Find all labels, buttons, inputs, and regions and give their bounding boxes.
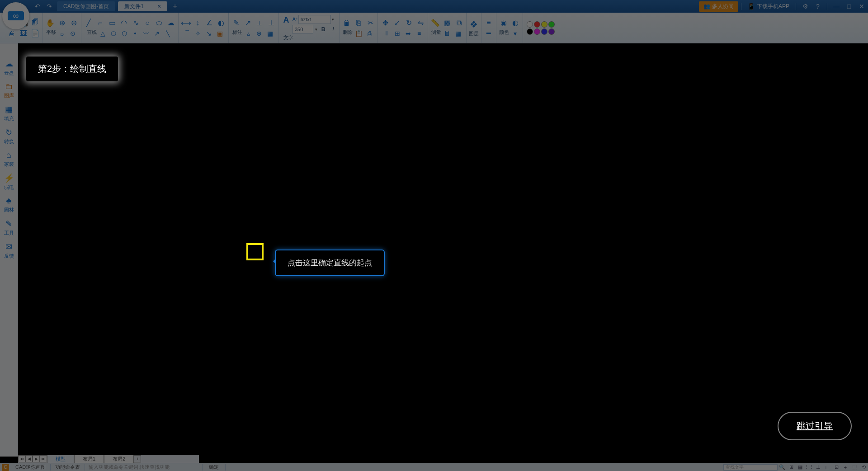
swatch-blue[interactable] [541, 28, 547, 35]
dim-angular-button[interactable]: ∠ [204, 18, 215, 28]
sidebar-item-3[interactable]: ↻转换 [0, 125, 18, 148]
confirm-button[interactable]: 确定 [203, 464, 226, 471]
linetype-button[interactable]: ≡ [483, 17, 494, 28]
swatch-green[interactable] [548, 21, 555, 28]
arc-button[interactable]: ◠ [118, 18, 129, 28]
dim-radius-button[interactable]: ◐ [216, 18, 226, 28]
color-wheel-button[interactable]: ◉ [498, 18, 509, 28]
layer-button[interactable]: ❖ [468, 19, 479, 30]
snap-button[interactable]: ⊞ [787, 464, 796, 471]
tab-next-button[interactable]: ▶ [33, 455, 40, 462]
help-icon[interactable]: ? [812, 1, 823, 12]
cloud-button[interactable]: ☁ [165, 18, 176, 28]
sidebar-item-4[interactable]: ⌂家装 [0, 148, 18, 170]
stretch-button[interactable]: ⬌ [403, 28, 413, 38]
dim-arc-button[interactable]: ⌒ [182, 28, 192, 38]
export-image-button[interactable]: 🖼 [18, 28, 29, 39]
tab-layout1[interactable]: 布局1 [74, 455, 104, 463]
save-as-button[interactable]: 🗐 [30, 17, 41, 28]
delete-button[interactable]: 🗑 [341, 18, 352, 28]
link-button[interactable]: ⟲ [859, 464, 868, 471]
polyline-button[interactable]: ⌐ [95, 18, 106, 28]
italic-button[interactable]: I [329, 25, 337, 33]
sidebar-item-5[interactable]: ⚡弱电 [0, 170, 18, 193]
swatch-black[interactable] [527, 28, 533, 35]
drawing-canvas[interactable] [18, 43, 868, 457]
dyn-input-button[interactable]: ⬚ [850, 464, 859, 471]
tab-add-layout-button[interactable]: + [134, 455, 141, 462]
calc-button[interactable]: 🖩 [442, 28, 452, 38]
font-dropdown-icon[interactable]: ▾ [332, 17, 334, 22]
paste-special-button[interactable]: ⎙ [364, 28, 374, 38]
dim-ord-button[interactable]: ✧ [193, 28, 203, 38]
elev-button[interactable]: ▵ [243, 28, 253, 38]
status-cmd-table-button[interactable]: 功能命令表 [51, 464, 85, 471]
rect-button[interactable]: ▭ [107, 18, 118, 28]
swatch-purple[interactable] [548, 28, 555, 35]
wave-button[interactable]: 〰 [141, 28, 151, 38]
swatch-red[interactable] [534, 21, 540, 28]
grid-dots-button[interactable]: ⋮⋮ [805, 464, 814, 471]
search-text-input[interactable]: 查找文字 [723, 464, 778, 471]
command-input[interactable]: 输入功能或命令关键词,快速查找功能 [85, 464, 203, 471]
mirror-button[interactable]: ⇋ [415, 18, 426, 28]
color-dropdown-button[interactable]: ▾ [510, 28, 520, 38]
annotate-icon[interactable]: ✎ [231, 18, 241, 28]
dim-aligned-button[interactable]: ↕ [192, 18, 203, 28]
sidebar-item-7[interactable]: ✎工具 [0, 216, 18, 239]
copy-button[interactable]: ⎘ [353, 18, 364, 28]
swatch-white[interactable] [527, 21, 533, 28]
sidebar-item-1[interactable]: 🗀图库 [0, 79, 18, 102]
rotate-button[interactable]: ↻ [403, 18, 414, 28]
sidebar-item-2[interactable]: ▦填充 [0, 102, 18, 125]
leader-button[interactable]: ↗ [242, 18, 253, 28]
scale-button[interactable]: ⤢ [392, 18, 402, 28]
search-icon[interactable]: 🔍 [778, 464, 787, 471]
export-pdf-button[interactable]: 📄 [30, 28, 41, 39]
sidebar-item-0[interactable]: ☁云盘 [0, 56, 18, 79]
zoom-window-button[interactable]: ⌕ [57, 28, 67, 38]
circle-button[interactable]: ○ [142, 18, 153, 28]
font-size-input[interactable] [292, 25, 313, 34]
tab-layout2[interactable]: 布局2 [104, 455, 134, 463]
text-button[interactable]: A [281, 15, 292, 26]
table-button[interactable]: ▦ [453, 28, 463, 38]
skip-tutorial-button[interactable]: 跳过引导 [778, 412, 852, 440]
sidebar-item-6[interactable]: ♣园林 [0, 193, 18, 216]
font-name-input[interactable] [298, 15, 331, 24]
xline-button[interactable]: ╲ [163, 28, 173, 38]
dim-leader-button[interactable]: ↘ [204, 28, 214, 38]
app-logo[interactable] [2, 2, 29, 29]
maximize-button[interactable]: □ [844, 1, 854, 12]
tab-last-button[interactable]: ⏭ [40, 455, 47, 462]
zoom-in-button[interactable]: ⊕ [57, 18, 67, 28]
array-button[interactable]: ⊞ [392, 28, 402, 38]
size-dropdown-icon[interactable]: ▾ [315, 27, 317, 32]
move-button[interactable]: ✥ [380, 18, 391, 28]
tab-close-icon[interactable]: × [157, 3, 161, 10]
dim-block-button[interactable]: ▣ [215, 28, 225, 38]
tab-home[interactable]: CAD迷你画图-首页 [57, 1, 115, 11]
collab-button[interactable]: 👥 多人协同 [699, 1, 738, 12]
close-button[interactable]: ✕ [856, 1, 867, 12]
swatch-magenta[interactable] [534, 28, 540, 35]
bylayer-color-button[interactable]: ◐ [510, 18, 521, 28]
cut-button[interactable]: ✂ [365, 18, 376, 28]
crosshair-button[interactable]: + [841, 464, 850, 471]
tab-file-active[interactable]: 新文件1 × [118, 1, 167, 11]
polygon-button[interactable]: ⬠ [108, 28, 118, 38]
paste-button[interactable]: 📋 [354, 28, 363, 38]
lineweight-button[interactable]: ━ [483, 28, 494, 39]
print-button[interactable]: 🖨 [6, 28, 17, 39]
area-button[interactable]: ▦ [265, 28, 275, 38]
grid-button[interactable]: ▦ [796, 464, 805, 471]
pan-button[interactable]: ✋ [45, 18, 56, 28]
tab-first-button[interactable]: ⏮ [18, 455, 25, 462]
line-button[interactable]: ╱ [83, 18, 94, 28]
download-app-button[interactable]: 📱 下载手机APP [748, 3, 789, 10]
ellipse-button[interactable]: ⬭ [154, 18, 165, 28]
coord-button[interactable]: ⊕ [254, 28, 264, 38]
sidebar-item-8[interactable]: ✉反馈 [0, 239, 18, 262]
measure-angle-button[interactable]: ⧉ [453, 18, 464, 28]
spline-button[interactable]: ∿ [130, 18, 141, 28]
